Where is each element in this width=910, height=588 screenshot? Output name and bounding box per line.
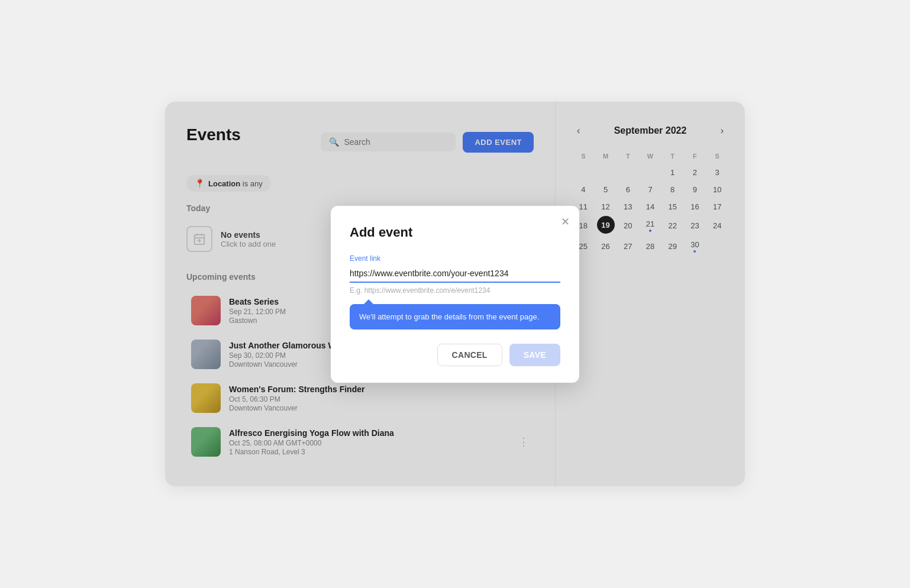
modal-overlay: ✕ Add event Event link E.g. https://www.… xyxy=(165,102,745,486)
event-link-input[interactable] xyxy=(350,265,560,283)
modal-info-banner: We'll attempt to grab the details from t… xyxy=(350,304,560,329)
save-button[interactable]: SAVE xyxy=(509,344,560,366)
modal-actions: CANCEL SAVE xyxy=(350,344,560,366)
event-link-hint: E.g. https://www.eventbrite.com/e/event1… xyxy=(350,286,560,295)
modal-title: Add event xyxy=(350,225,560,240)
modal-close-button[interactable]: ✕ xyxy=(561,215,570,228)
add-event-modal: ✕ Add event Event link E.g. https://www.… xyxy=(331,206,579,383)
cancel-button[interactable]: CANCEL xyxy=(437,344,502,366)
event-link-label: Event link xyxy=(350,254,560,263)
